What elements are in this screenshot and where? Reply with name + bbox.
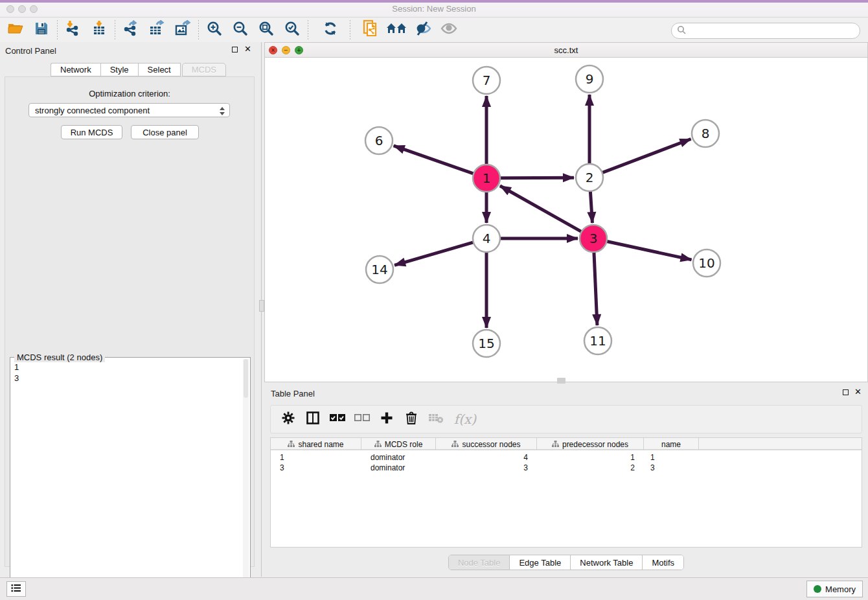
network-canvas[interactable]: 7968124314101511 (265, 58, 867, 382)
search-icon (677, 25, 686, 37)
graph-node-9[interactable]: 9 (576, 65, 603, 93)
table-row[interactable]: 1 dominator 4 1 1 (271, 452, 862, 463)
clone-network-button[interactable] (358, 19, 384, 40)
export-image-button[interactable] (170, 19, 196, 40)
search-input[interactable] (689, 25, 860, 38)
list-icon (11, 583, 21, 595)
first-neighbors-button[interactable] (384, 19, 410, 40)
column-header-predecessor-nodes[interactable]: predecessor nodes (537, 438, 644, 450)
edge-3-11[interactable] (594, 251, 597, 325)
result-scrollbar[interactable] (243, 359, 249, 595)
search-box[interactable] (671, 23, 860, 39)
show-panels-button[interactable] (6, 581, 26, 597)
table-settings-button[interactable] (276, 408, 301, 431)
unchecked-boxes-icon (354, 413, 371, 425)
edge-3-1[interactable] (500, 186, 582, 232)
edge-4-14[interactable] (394, 242, 474, 266)
apply-layout-button[interactable] (317, 19, 343, 40)
graph-node-14[interactable]: 14 (366, 256, 393, 283)
zoom-selected-button[interactable] (279, 19, 305, 40)
selected-criterion-value: strongly connected component (35, 106, 150, 115)
status-bar: Memory (0, 577, 868, 600)
close-panel-icon[interactable]: ✕ (244, 45, 251, 54)
tab-select[interactable]: Select (138, 63, 181, 76)
tab-motifs[interactable]: Motifs (643, 555, 683, 570)
deselect-all-button[interactable] (350, 408, 374, 431)
graph-node-3[interactable]: 3 (580, 225, 607, 252)
function-builder-button[interactable]: f(x) (448, 408, 482, 431)
graph-node-2[interactable]: 2 (576, 164, 603, 191)
select-all-button[interactable] (325, 408, 350, 431)
open-folder-icon (7, 21, 24, 38)
table-panel: Table Panel ✕ (264, 386, 868, 577)
column-type-icon (374, 441, 382, 448)
zoom-in-icon (207, 21, 222, 39)
splitter-handle[interactable] (259, 300, 264, 312)
toolbar-separator (308, 20, 308, 40)
import-network-button[interactable] (60, 19, 86, 40)
cell-shared-name: 3 (271, 463, 361, 473)
tab-mcds[interactable]: MCDS (182, 63, 226, 76)
export-network-icon (122, 20, 140, 40)
table-row[interactable]: 3 dominator 3 2 3 (271, 463, 862, 473)
import-table-button[interactable] (86, 19, 112, 40)
cell-shared-name: 1 (271, 452, 361, 463)
hide-selected-button[interactable] (410, 19, 436, 40)
delete-table-button[interactable] (424, 408, 448, 431)
export-network-button[interactable] (118, 19, 144, 40)
optimization-criterion-select[interactable]: strongly connected component (29, 103, 230, 117)
tab-edge-table[interactable]: Edge Table (510, 555, 571, 570)
run-mcds-button[interactable]: Run MCDS (61, 125, 122, 139)
cell-predecessor-nodes: 2 (537, 463, 644, 473)
delete-column-button[interactable] (399, 408, 424, 431)
float-table-panel-icon[interactable] (843, 389, 849, 395)
mcds-panel-body: Optimization criterion: strongly connect… (5, 76, 255, 567)
edge-3-10[interactable] (606, 241, 692, 260)
float-panel-icon[interactable] (232, 47, 238, 52)
zoom-out-button[interactable] (227, 19, 253, 40)
memory-button[interactable]: Memory (806, 581, 863, 597)
horizontal-splitter-handle[interactable] (557, 378, 565, 384)
add-column-button[interactable] (374, 408, 399, 431)
cell-name: 3 (644, 463, 699, 473)
show-columns-button[interactable] (301, 408, 325, 431)
close-table-panel-icon[interactable]: ✕ (854, 387, 862, 397)
graph-node-11[interactable]: 11 (584, 327, 611, 354)
edge-2-3[interactable] (590, 190, 592, 223)
tab-network-table[interactable]: Network Table (571, 555, 643, 570)
column-type-icon (288, 441, 295, 448)
export-table-button[interactable] (144, 19, 170, 40)
tab-node-table[interactable]: Node Table (449, 555, 510, 570)
zoom-in-button[interactable] (201, 19, 227, 40)
svg-text:9: 9 (586, 71, 594, 87)
column-header-mcds-role[interactable]: MCDS role (361, 438, 436, 450)
save-icon (34, 21, 49, 38)
graph-node-1[interactable]: 1 (473, 165, 500, 192)
column-header-shared-name[interactable]: shared name (271, 438, 361, 450)
close-panel-button[interactable]: Close panel (131, 125, 199, 139)
edge-1-2[interactable] (499, 178, 574, 178)
graph-node-7[interactable]: 7 (473, 67, 500, 94)
show-all-button[interactable] (436, 19, 462, 40)
graph-node-4[interactable]: 4 (473, 225, 500, 252)
mcds-result-text[interactable]: 1 3 (14, 362, 19, 384)
edge-2-8[interactable] (602, 139, 691, 173)
tab-network[interactable]: Network (51, 63, 100, 76)
save-session-button[interactable] (29, 19, 54, 40)
column-header-successor-nodes[interactable]: successor nodes (436, 438, 537, 450)
tab-style[interactable]: Style (100, 63, 138, 76)
open-session-button[interactable] (3, 19, 29, 40)
column-header-name[interactable]: name (644, 438, 699, 450)
mcds-result-title: MCDS result (2 nodes) (14, 352, 105, 362)
export-image-icon (174, 20, 192, 40)
graph-node-15[interactable]: 15 (473, 330, 500, 357)
graph-node-10[interactable]: 10 (693, 249, 720, 277)
refresh-icon (323, 21, 338, 39)
cell-predecessor-nodes: 1 (537, 452, 644, 463)
graph-node-8[interactable]: 8 (692, 120, 719, 147)
edge-1-6[interactable] (394, 146, 474, 174)
zoom-fit-button[interactable] (253, 19, 279, 40)
vertical-splitter[interactable] (259, 42, 264, 577)
graph-node-6[interactable]: 6 (365, 127, 393, 154)
control-panel: Control Panel ✕ Network Style Select MCD… (0, 42, 259, 570)
